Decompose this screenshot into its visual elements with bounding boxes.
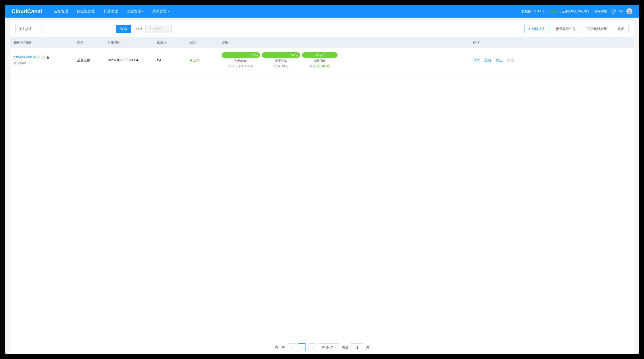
task-desc: 暂无描述 bbox=[14, 61, 69, 65]
nav-task-mgmt[interactable]: 任务管理 bbox=[49, 5, 72, 18]
help-link[interactable]: 寻求帮助 bbox=[594, 9, 607, 14]
th-id: 任务ID/描述 bbox=[10, 40, 73, 45]
create-task-button[interactable]: +创建任务 bbox=[525, 25, 549, 33]
batch-process-button[interactable]: 批量处理任务 bbox=[552, 25, 580, 33]
chevron-down-icon: ▾ bbox=[142, 10, 143, 13]
action-detail[interactable]: 详情 bbox=[473, 58, 480, 62]
chevron-down-icon: ▾ bbox=[335, 346, 337, 349]
jump-label: 跳至 bbox=[342, 345, 348, 350]
next-page-button[interactable]: › bbox=[309, 343, 316, 351]
cell-progress: 100% 结构迁移 本次已迁移 1 张表 100% 全量迁移 3万6570 行 … bbox=[218, 52, 469, 68]
target-db-icon bbox=[46, 56, 50, 59]
th-status: 状态 bbox=[186, 40, 218, 45]
action-stop[interactable]: 停止 bbox=[496, 58, 503, 62]
svg-point-0 bbox=[629, 10, 630, 11]
th-type: 类型 bbox=[73, 40, 103, 45]
prev-page-button[interactable]: ‹ bbox=[288, 343, 295, 351]
th-actions: 操作 bbox=[469, 40, 634, 45]
filter-type-select[interactable]: 任务描述 ▾ bbox=[15, 25, 42, 33]
task-id-link[interactable]: canalfv0vsik5461 bbox=[14, 55, 39, 59]
th-creator: 创建人 bbox=[153, 40, 186, 45]
plus-icon: + bbox=[529, 27, 531, 31]
user-name[interactable]: zyl bbox=[619, 9, 623, 13]
page-size-select[interactable]: 10 条/页▾ bbox=[319, 343, 339, 351]
chevron-down-icon: ▾ bbox=[168, 10, 169, 13]
status-dot-icon bbox=[190, 59, 192, 61]
top-header: CloudCanal 任务管理 数据源管理 机器管理 监控管理▾ 系统管理▾ 旗… bbox=[5, 5, 639, 18]
sort-icon: ⇅ bbox=[229, 41, 231, 44]
toolbar: 任务描述 ▾ 查询 分类 任务状态 ▾ +创建任务 批量处理任务 20秒定时刷新… bbox=[10, 21, 634, 37]
search-input[interactable] bbox=[45, 25, 113, 33]
table-header: 任务ID/描述 类型 创建时间⇅ 创建人 状态 进度⇅ 操作 bbox=[10, 37, 634, 48]
auto-refresh-button[interactable]: 20秒定时刷新 bbox=[583, 25, 611, 33]
chevron-down-icon: ▾ bbox=[37, 28, 39, 31]
category-label: 分类 bbox=[136, 27, 143, 31]
jump-page-input[interactable] bbox=[351, 343, 363, 351]
avatar[interactable] bbox=[626, 8, 632, 14]
cell-type: 全量迁移 bbox=[73, 58, 103, 63]
main-nav: 任务管理 数据源管理 机器管理 监控管理▾ 系统管理▾ bbox=[49, 5, 173, 18]
nav-machine-mgmt[interactable]: 机器管理 bbox=[99, 5, 122, 18]
category-select[interactable]: 任务状态 ▾ bbox=[145, 25, 172, 33]
cell-creator: zyl bbox=[153, 58, 186, 62]
source-db-icon bbox=[42, 56, 45, 59]
cell-status: 正常 bbox=[186, 58, 218, 63]
nav-datasource-mgmt[interactable]: 数据源管理 bbox=[72, 5, 99, 18]
search-button[interactable]: 查询 bbox=[116, 25, 131, 33]
table-row: canalfv0vsik5461 暂无描述 全量迁移 2023-01-05 11… bbox=[10, 48, 634, 73]
task-table: 任务ID/描述 类型 创建时间⇅ 创建人 状态 进度⇅ 操作 canalfv0v… bbox=[10, 37, 634, 340]
total-count: 共 1 条 bbox=[275, 345, 285, 350]
jump-suffix: 页 bbox=[366, 345, 369, 350]
version-info: 旗舰版 v2.3.1.7 （已激活，还剩342天23小时） bbox=[522, 9, 591, 14]
nav-monitor-mgmt[interactable]: 监控管理▾ bbox=[122, 5, 148, 18]
page-number-button[interactable]: 1 bbox=[298, 343, 306, 351]
pagination: 共 1 条 ‹ 1 › 10 条/页▾ 跳至 页 bbox=[10, 340, 634, 354]
action-delete: 删除 bbox=[507, 58, 514, 62]
logo: CloudCanal bbox=[12, 8, 42, 15]
th-progress[interactable]: 进度⇅ bbox=[218, 40, 469, 45]
th-time[interactable]: 创建时间⇅ bbox=[103, 40, 153, 45]
cell-actions: 详情 重启 停止 删除 bbox=[469, 58, 634, 63]
sort-icon: ⇅ bbox=[121, 41, 123, 44]
nav-system-mgmt[interactable]: 系统管理▾ bbox=[148, 5, 173, 18]
help-icon[interactable]: ? bbox=[611, 9, 616, 14]
refresh-button[interactable]: 刷新 bbox=[614, 25, 629, 33]
svg-point-1 bbox=[42, 56, 45, 57]
cell-time: 2023-01-05 11:24:04 bbox=[103, 58, 153, 62]
action-restart[interactable]: 重启 bbox=[484, 58, 491, 62]
chevron-down-icon: ▾ bbox=[167, 28, 169, 31]
